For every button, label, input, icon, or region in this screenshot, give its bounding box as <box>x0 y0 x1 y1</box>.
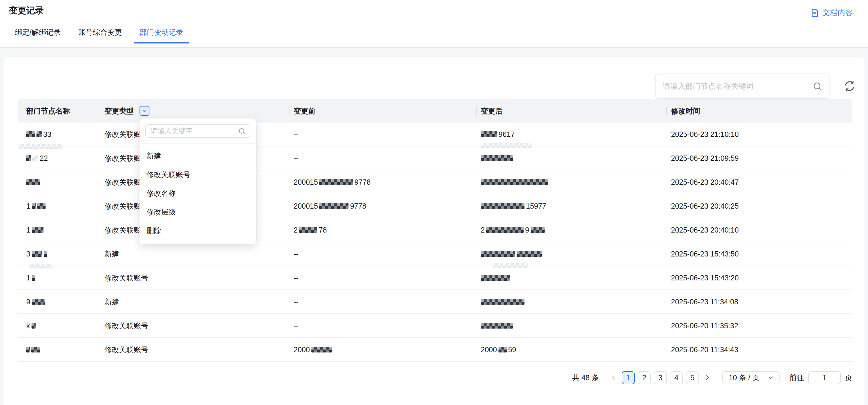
cell-before: -- <box>289 274 476 282</box>
prev-page-button[interactable] <box>608 371 619 384</box>
cell-after <box>476 179 666 185</box>
redacted-content <box>481 203 525 209</box>
redacted-content <box>481 155 513 161</box>
redaction-strip <box>29 264 52 269</box>
cell-text: 修改关联账号 <box>104 273 148 283</box>
tab-bar: 绑定/解绑记录账号综合变更部门变动记录 <box>9 27 189 43</box>
page-size-select[interactable]: 10 条 / 页 <box>722 371 780 384</box>
page-button-1[interactable]: 1 <box>622 371 635 384</box>
doc-content-link[interactable]: 文档内容 <box>810 8 853 18</box>
column-header: 修改时间 <box>666 99 852 123</box>
filter-search-input[interactable] <box>146 125 250 137</box>
tab-1[interactable]: 账号综合变更 <box>72 27 128 43</box>
redacted-content <box>32 299 45 305</box>
cell-text: 33 <box>43 130 51 138</box>
page-button-3[interactable]: 3 <box>654 371 667 384</box>
cell-time: 2025-06-23 20:40:47 <box>666 178 852 186</box>
filter-option[interactable]: 修改关联账号 <box>140 165 256 184</box>
redacted-content <box>481 299 525 305</box>
cell-after: 200059 <box>476 345 666 354</box>
cell-text: 22 <box>40 154 48 162</box>
cell-text: 59 <box>508 345 516 354</box>
cell-text: 2025-06-23 20:40:47 <box>671 178 739 186</box>
page-button-5[interactable]: 5 <box>686 371 699 384</box>
filter-option[interactable]: 删除 <box>140 221 256 240</box>
redaction-strip <box>19 144 62 149</box>
cell-before: 278 <box>289 226 476 234</box>
filter-search-icon <box>238 127 246 137</box>
cell-text: 9778 <box>354 178 371 186</box>
cell-after: 15977 <box>476 202 666 210</box>
cell-name: k <box>18 321 100 330</box>
cell-text: -- <box>293 130 299 138</box>
redacted-content <box>481 323 513 329</box>
tab-2[interactable]: 部门变动记录 <box>134 27 189 43</box>
page-title: 变更记录 <box>9 5 44 17</box>
pagination: 共 48 条 12345 10 条 / 页 前往 页 <box>572 371 852 384</box>
redacted-content <box>481 131 497 137</box>
redacted-content <box>32 275 35 281</box>
cell-name: 1 <box>18 226 100 234</box>
cell-after <box>476 275 666 281</box>
cell-text: 修改关联账号 <box>104 321 148 331</box>
redacted-content <box>26 155 31 161</box>
cell-text: 200015 <box>293 178 318 186</box>
cell-text: 2 <box>293 226 298 234</box>
cell-after <box>476 323 666 329</box>
cell-before: -- <box>289 130 476 138</box>
filter-option[interactable]: 修改层级 <box>140 202 256 221</box>
redacted-content <box>517 251 542 257</box>
content-card: 部门节点名称变更类型变更前变更后修改时间 33修改关联账号--96172025-… <box>3 57 865 405</box>
page-button-2[interactable]: 2 <box>638 371 651 384</box>
cell-text: 78 <box>319 226 327 234</box>
cell-text: -- <box>293 154 299 162</box>
cell-time: 2025-06-20 11:34:43 <box>666 345 852 354</box>
cell-type: 修改关联账号 <box>100 345 289 354</box>
cell-type: 修改关联账号 <box>100 273 289 283</box>
cell-time: 2025-06-23 20:40:25 <box>666 202 852 210</box>
filter-search-box <box>145 124 250 138</box>
next-page-button[interactable] <box>702 371 712 384</box>
redacted-content <box>319 179 353 185</box>
redacted-content <box>498 347 507 352</box>
cell-before: 2000 <box>289 345 476 354</box>
redacted-content <box>32 203 36 209</box>
filter-option[interactable]: 新建 <box>140 147 256 165</box>
cell-name: 1 <box>18 202 100 210</box>
page-button-4[interactable]: 4 <box>670 371 683 384</box>
cell-text: 新建 <box>104 297 119 307</box>
page-body: 部门节点名称变更类型变更前变更后修改时间 33修改关联账号--96172025-… <box>0 48 868 405</box>
chevron-down-icon <box>767 374 774 381</box>
cell-name: 1 <box>18 274 100 282</box>
redacted-content <box>32 323 36 329</box>
cell-type: 新建 <box>100 249 289 259</box>
cell-text: -- <box>293 298 299 306</box>
goto-page-input[interactable] <box>808 371 841 384</box>
redacted-content <box>26 131 35 137</box>
redaction-strip <box>493 263 528 268</box>
redacted-content <box>26 347 30 352</box>
redacted-content <box>31 347 40 352</box>
department-search-box <box>655 73 830 99</box>
filter-option[interactable]: 修改名称 <box>140 184 256 202</box>
cell-text: 2000 <box>481 345 497 354</box>
cell-name: 33 <box>18 130 100 138</box>
table-row: 1修改关联账号--2025-06-23 15:43:20 <box>18 266 852 290</box>
cell-text: 2 <box>481 226 485 234</box>
cell-name <box>18 347 100 352</box>
cell-time: 2025-06-23 20:40:10 <box>666 226 852 234</box>
cell-before: -- <box>289 298 476 306</box>
redacted-content <box>32 156 38 161</box>
tab-0[interactable]: 绑定/解绑记录 <box>9 27 66 43</box>
search-icon <box>812 81 823 93</box>
table-row: k修改关联账号--2025-06-20 11:35:32 <box>18 314 852 338</box>
redacted-content <box>531 227 545 233</box>
change-type-filter-icon[interactable] <box>140 106 149 116</box>
cell-text: 2025-06-23 11:34:08 <box>671 298 738 306</box>
goto-label: 前往 <box>789 373 804 382</box>
search-input[interactable] <box>655 74 829 98</box>
cell-after <box>476 251 666 257</box>
redacted-content <box>36 131 42 137</box>
refresh-button[interactable] <box>843 80 856 93</box>
cell-text: 新建 <box>104 249 119 259</box>
